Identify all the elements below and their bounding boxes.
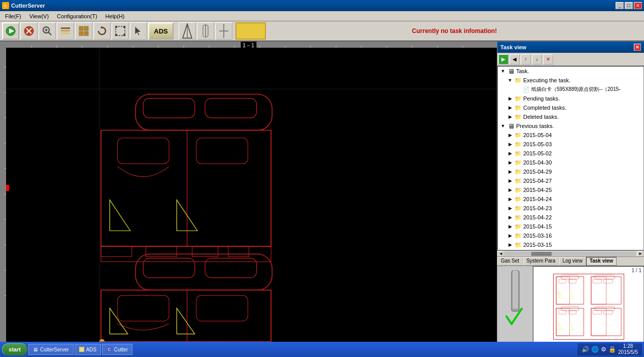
menu-view[interactable]: View(V) xyxy=(25,12,53,20)
task-run-button[interactable]: ▶ xyxy=(498,54,509,64)
expand-icon-d20150429[interactable]: ▶ xyxy=(506,168,514,176)
zoom-button[interactable] xyxy=(39,22,56,40)
folder-icon-d20150315: 📁 xyxy=(514,241,522,248)
tree-item-pending[interactable]: ▶ 📁 Pending tasks. xyxy=(498,94,643,103)
tree-h-scrollbar[interactable]: ◄ ► xyxy=(497,250,644,256)
task-back-button[interactable]: ◀ xyxy=(510,54,520,64)
tree-item-d20150316[interactable]: ▶ 📁 2015-03-16 xyxy=(498,231,643,240)
tray-icon-4: 🔒 xyxy=(608,346,616,353)
svg-rect-111 xyxy=(591,276,606,304)
task-down-button[interactable]: ↓ xyxy=(532,54,542,64)
expand-icon-task-root[interactable]: ▼ xyxy=(499,67,507,75)
canvas-area[interactable]: 1－1 xyxy=(0,42,497,347)
tree-item-completed[interactable]: ▶ 📁 Completed tasks. xyxy=(498,103,643,112)
cut-tool-3[interactable] xyxy=(215,22,232,40)
tree-item-d20150424[interactable]: ▶ 📁 2015-04-24 xyxy=(498,194,643,204)
tab-system-para[interactable]: System Para xyxy=(523,257,559,266)
tree-item-task1[interactable]: ▶ 📄 纸袋白卡（595X889)原点切割--（2015- xyxy=(498,85,643,94)
expand-icon-d20150425[interactable]: ▶ xyxy=(506,186,514,194)
preview-area: 1 / 1 xyxy=(497,266,644,347)
cursor-button[interactable] xyxy=(130,22,147,40)
expand-icon-previous[interactable]: ▼ xyxy=(499,122,507,130)
tree-item-d20150427[interactable]: ▶ 📁 2015-04-27 xyxy=(498,176,643,185)
scroll-left-btn[interactable]: ◄ xyxy=(497,251,504,257)
tree-item-d20150423[interactable]: ▶ 📁 2015-04-23 xyxy=(498,204,643,213)
task-view-close[interactable]: ✕ xyxy=(634,44,641,51)
task-tree[interactable]: ▼ 🖥 Task. ▼ 📁 Executing the task. ▶ 📄 纸袋… xyxy=(497,66,644,250)
play-button[interactable] xyxy=(2,22,19,40)
svg-marker-107 xyxy=(558,323,562,330)
taskbar-app-1[interactable]: 🖥 CutterServer xyxy=(28,344,74,355)
svg-marker-100 xyxy=(558,291,562,298)
task-up-button[interactable]: ↑ xyxy=(521,54,531,64)
folder-icon-d20150429: 📁 xyxy=(514,168,522,175)
tree-item-d20150315[interactable]: ▶ 📁 2015-03-15 xyxy=(498,240,643,249)
tree-item-task-root[interactable]: ▼ 🖥 Task. xyxy=(498,67,643,76)
tree-item-d20150425[interactable]: ▶ 📁 2015-04-25 xyxy=(498,185,643,194)
tree-item-d20150503[interactable]: ▶ 📁 2015-05-03 xyxy=(498,140,643,149)
expand-icon-d20150424[interactable]: ▶ xyxy=(506,195,514,203)
expand-icon-d20150423[interactable]: ▶ xyxy=(506,204,514,212)
tab-log-view[interactable]: Log view xyxy=(559,257,586,266)
tree-item-deleted[interactable]: ▶ 📁 Deleted tasks. xyxy=(498,112,643,121)
tree-item-d20150502[interactable]: ▶ 📁 2015-05-02 xyxy=(498,149,643,158)
svg-rect-10 xyxy=(61,30,70,31)
maximize-button[interactable]: □ xyxy=(625,2,633,9)
expand-icon-d20150316[interactable]: ▶ xyxy=(506,232,514,240)
cut-tool-1[interactable] xyxy=(179,22,196,40)
tree-item-executing[interactable]: ▼ 📁 Executing the task. xyxy=(498,76,643,85)
tab-gas-set[interactable]: Gas Set xyxy=(497,257,523,266)
svg-rect-96 xyxy=(556,276,570,304)
expand-icon-pending[interactable]: ▶ xyxy=(506,94,514,103)
svg-rect-103 xyxy=(556,308,570,335)
tree-label-d20150315: 2015-03-15 xyxy=(523,242,552,248)
minimize-button[interactable]: _ xyxy=(616,2,624,9)
expand-icon-d20150427[interactable]: ▶ xyxy=(506,177,514,185)
scrollbar-track[interactable] xyxy=(505,252,636,256)
expand-icon-d20150503[interactable]: ▶ xyxy=(506,140,514,148)
expand-icon-d20150422[interactable]: ▶ xyxy=(506,213,514,221)
expand-icon-d20150415[interactable]: ▶ xyxy=(506,222,514,231)
preview-left xyxy=(497,266,533,347)
menu-file[interactable]: File(F) xyxy=(1,12,25,20)
taskbar-app-3[interactable]: C Cutter xyxy=(102,344,132,355)
expand-icon-deleted[interactable]: ▶ xyxy=(506,113,514,121)
cut-tool-2[interactable] xyxy=(197,22,214,40)
layers-button[interactable] xyxy=(57,22,74,40)
expand-icon-d20150315[interactable]: ▶ xyxy=(506,241,514,249)
folder-icon-d20150504: 📁 xyxy=(514,132,522,139)
tree-item-d20150429[interactable]: ▶ 📁 2015-04-29 xyxy=(498,167,643,176)
close-button[interactable]: ✕ xyxy=(634,2,642,9)
select-button[interactable] xyxy=(112,22,129,40)
drawing-canvas[interactable] xyxy=(6,48,497,347)
svg-rect-9 xyxy=(61,27,70,29)
title-bar-buttons[interactable]: _ □ ✕ xyxy=(616,2,642,9)
task-delete-button[interactable]: ✕ xyxy=(543,54,553,64)
tree-item-d20150415[interactable]: ▶ 📁 2015-04-15 xyxy=(498,222,643,231)
ads-button[interactable]: ADS xyxy=(148,22,174,40)
menu-configuration[interactable]: Configuration(T) xyxy=(53,12,101,20)
tree-item-d20150504[interactable]: ▶ 📁 2015-05-04 xyxy=(498,131,643,140)
svg-rect-18 xyxy=(115,26,117,28)
scroll-right-btn[interactable]: ► xyxy=(637,251,644,257)
taskbar-app-2[interactable]: A ADS xyxy=(75,344,101,355)
svg-rect-74 xyxy=(146,246,177,256)
stop-button[interactable] xyxy=(20,22,38,40)
rotate-button[interactable] xyxy=(93,22,111,40)
tree-item-previous[interactable]: ▼ 🖥 Previous tasks. xyxy=(498,121,643,131)
svg-rect-67 xyxy=(187,130,272,246)
scrollbar-thumb[interactable] xyxy=(531,252,552,256)
expand-icon-d20150502[interactable]: ▶ xyxy=(506,149,514,157)
expand-icon-d20150430[interactable]: ▶ xyxy=(506,158,514,167)
grid-button[interactable] xyxy=(75,22,92,40)
expand-icon-executing[interactable]: ▼ xyxy=(506,76,514,84)
svg-line-6 xyxy=(48,32,51,35)
tab-task-view[interactable]: Task view xyxy=(586,257,617,266)
menu-help[interactable]: Help(H) xyxy=(101,12,129,20)
expand-icon-completed[interactable]: ▶ xyxy=(506,104,514,112)
tree-item-d20150430[interactable]: ▶ 📁 2015-04-30 xyxy=(498,158,643,167)
tree-item-d20150422[interactable]: ▶ 📁 2015-04-22 xyxy=(498,213,643,222)
expand-icon-d20150504[interactable]: ▶ xyxy=(506,131,514,139)
start-button[interactable]: start xyxy=(2,343,27,355)
system-tray: 🔊 🌐 ⚙ 🔒 1:28 2015/5/5 xyxy=(578,343,642,355)
